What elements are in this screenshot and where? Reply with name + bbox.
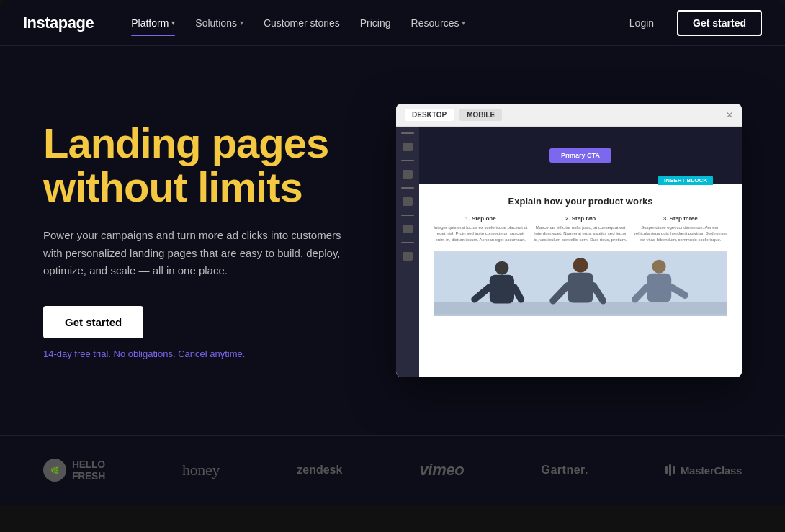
close-icon[interactable]: ✕ [726, 110, 733, 120]
nav-link-customer-stories[interactable]: Customer stories [255, 12, 349, 35]
nav-link-pricing[interactable]: Pricing [351, 12, 400, 35]
logo-vimeo: vimeo [419, 461, 464, 479]
step-1-text: Integer quis erat luctus ex scelerisque … [434, 225, 528, 243]
editor-insert-block-bar[interactable]: INSERT BLOCK [658, 176, 713, 185]
chevron-down-icon: ▾ [462, 19, 465, 27]
step-3-title: 3. Step three [633, 215, 727, 222]
editor-step-3: 3. Step three Suspendisse eget condiment… [633, 215, 727, 243]
editor-steps: 1. Step one Integer quis erat luctus ex … [434, 215, 727, 243]
nav-link-solutions[interactable]: Solutions ▾ [187, 12, 252, 35]
hero-title: Landing pages without limits [43, 122, 367, 209]
editor-preview-window: DESKTOP MOBILE ✕ [396, 104, 742, 377]
sidebar-image-icon [401, 160, 414, 161]
sidebar-layers-icon [403, 252, 413, 261]
hero-subtitle: Power your campaigns and turn more ad cl… [43, 227, 346, 280]
editor-canvas-hero: Primary CTA INSERT BLOCK [419, 127, 742, 184]
logo-hellofresh: 🌿 HELLOFRESH [43, 459, 105, 482]
editor-canvas: Primary CTA INSERT BLOCK Explain how you… [419, 127, 742, 377]
editor-topbar: DESKTOP MOBILE ✕ [396, 104, 742, 127]
svg-rect-1 [434, 302, 727, 315]
hero-content: Landing pages without limits Power your … [43, 122, 367, 359]
editor-tab-mobile[interactable]: MOBILE [459, 109, 502, 121]
sidebar-blocks-icon [401, 132, 414, 134]
editor-people-image [434, 251, 727, 316]
nav-link-platform[interactable]: Platform ▾ [122, 12, 184, 35]
sidebar-widget-icon [403, 225, 413, 233]
svg-rect-7 [568, 273, 593, 303]
get-started-nav-button[interactable]: Get started [677, 10, 762, 36]
hellofresh-icon: 🌿 [43, 459, 66, 482]
masterclass-bars-icon [665, 464, 675, 476]
step-2-text: Maecenas efficitur nulla justo, at conse… [534, 225, 628, 243]
step-2-title: 2. Step two [534, 215, 628, 222]
editor-content-area: Explain how your product works 1. Step o… [419, 184, 742, 328]
sidebar-form-icon [401, 187, 414, 189]
nav-actions: Login Get started [618, 10, 762, 36]
chevron-down-icon: ▾ [171, 19, 175, 27]
svg-rect-11 [647, 274, 671, 302]
logo-zendesk: zendesk [297, 464, 342, 477]
editor-sidebar [396, 127, 419, 377]
navigation: Instapage Platform ▾ Solutions ▾ Custome… [0, 0, 785, 46]
editor-primary-cta: Primary CTA [550, 148, 611, 163]
svg-rect-3 [490, 275, 514, 304]
svg-point-6 [573, 258, 588, 273]
step-3-text: Suspendisse eget condimentum. Aenean veh… [633, 225, 727, 243]
get-started-hero-button[interactable]: Get started [43, 306, 143, 338]
logos-bar: 🌿 HELLOFRESH honey zendesk vimeo Gartner… [0, 435, 785, 505]
editor-step-1: 1. Step one Integer quis erat luctus ex … [434, 215, 528, 243]
sidebar-section-icon [401, 215, 414, 216]
sidebar-button-icon [403, 170, 413, 179]
step-1-title: 1. Step one [434, 215, 528, 222]
hero-editor-preview: DESKTOP MOBILE ✕ [367, 104, 742, 377]
editor-tab-desktop[interactable]: DESKTOP [405, 109, 454, 121]
sidebar-settings-icon [401, 242, 414, 243]
nav-link-resources[interactable]: Resources ▾ [403, 12, 475, 35]
trial-text: 14-day free trial. No obligations. Cance… [43, 348, 367, 359]
editor-content-heading: Explain how your product works [434, 196, 727, 207]
login-button[interactable]: Login [618, 12, 665, 35]
svg-point-10 [652, 260, 666, 274]
sidebar-video-icon [403, 197, 413, 206]
nav-links: Platform ▾ Solutions ▾ Customer stories … [122, 12, 618, 35]
editor-step-2: 2. Step two Maecenas efficitur nulla jus… [534, 215, 628, 243]
editor-body: Primary CTA INSERT BLOCK Explain how you… [396, 127, 742, 377]
logo-masterclass: MasterClass [665, 464, 742, 477]
logo-honey: honey [182, 461, 220, 479]
svg-point-2 [495, 261, 508, 275]
brand-logo[interactable]: Instapage [23, 14, 94, 32]
logo-gartner: Gartner. [542, 464, 588, 477]
sidebar-text-icon [403, 143, 413, 151]
hero-section: Landing pages without limits Power your … [0, 46, 785, 435]
chevron-down-icon: ▾ [240, 19, 243, 27]
